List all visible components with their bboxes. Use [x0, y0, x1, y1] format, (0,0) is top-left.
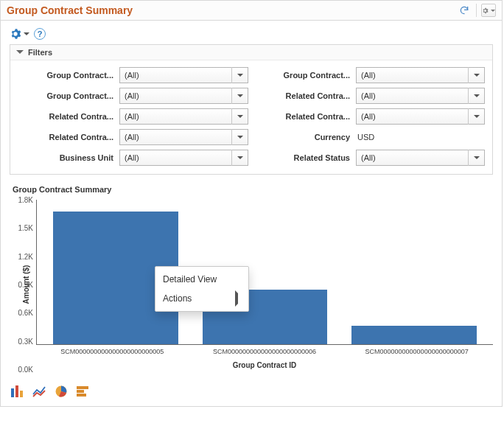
filter-select[interactable]: (All) [119, 150, 248, 166]
filter-select[interactable]: (All) [356, 108, 485, 125]
filter-left-3: Related Contra... (All) [15, 127, 251, 147]
filters-section: Filters Group Contract... (All) Group Co… [10, 44, 493, 175]
filter-label: Currency [254, 133, 350, 142]
filter-right-0: Group Contract... (All) [251, 65, 488, 85]
filter-label: Related Contra... [254, 91, 350, 100]
filter-right-2: Related Contra... (All) [251, 106, 488, 127]
filter-left-0: Group Contract... (All) [15, 65, 251, 85]
filter-select[interactable]: (All) [119, 108, 248, 125]
toolbar-separator [476, 4, 477, 17]
filter-select[interactable]: (All) [119, 88, 248, 104]
svg-rect-1 [15, 385, 18, 397]
refresh-icon[interactable] [457, 4, 472, 17]
group-contract-summary-panel: Group Contract Summary ? Filters Group C… [0, 0, 503, 407]
plot-area: Detailed View Actions [36, 200, 493, 345]
chart: Amount ($) 1.8K1.5K1.2K0.9K0.6K0.3K0.0K … [10, 200, 493, 369]
filter-label: Group Contract... [18, 71, 113, 80]
filter-label: Related Contra... [254, 112, 350, 121]
chevron-down-icon [468, 67, 484, 83]
filter-left-1: Group Contract... (All) [15, 85, 251, 106]
inner-toolbar: ? [1, 21, 502, 44]
filters-toggle[interactable]: Filters [10, 45, 492, 60]
menu-actions[interactable]: Actions [155, 289, 248, 308]
chart-type-line-icon[interactable] [32, 384, 46, 397]
filter-left-4: Business Unit (All) [15, 147, 251, 168]
y-tick: 0.6K [18, 309, 33, 317]
options-menu[interactable] [10, 28, 29, 40]
y-tick: 0.9K [18, 281, 33, 289]
svg-rect-5 [77, 390, 84, 393]
chevron-down-icon [468, 88, 484, 104]
filter-select[interactable]: (All) [119, 129, 248, 145]
chart-type-switcher [1, 377, 502, 406]
filter-label: Group Contract... [18, 91, 113, 100]
filter-right-1: Related Contra... (All) [251, 85, 488, 106]
filter-label: Business Unit [18, 153, 113, 162]
svg-rect-2 [20, 391, 23, 397]
filter-select[interactable]: (All) [356, 150, 485, 166]
bar-context-menu: Detailed View Actions [155, 266, 249, 312]
chevron-down-icon [231, 108, 248, 125]
panel-settings-menu[interactable] [481, 4, 496, 17]
x-axis-ticks: SCM000000000000000000000005SCM0000000000… [36, 345, 493, 355]
filter-label: Related Contra... [18, 112, 113, 121]
chevron-down-icon [231, 129, 248, 145]
chevron-down-icon [231, 88, 248, 104]
filter-label: Related Status [254, 153, 350, 162]
chevron-down-icon [231, 67, 248, 83]
menu-detailed-view[interactable]: Detailed View [155, 270, 248, 289]
chart-type-pie-icon[interactable] [54, 384, 69, 397]
x-tick: SCM000000000000000000000006 [189, 348, 340, 355]
panel-title: Group Contract Summary [7, 4, 133, 16]
y-tick: 1.5K [18, 224, 33, 232]
currency-value: USD [356, 133, 374, 142]
x-tick: SCM000000000000000000000005 [37, 348, 188, 355]
filter-select[interactable]: (All) [356, 88, 485, 104]
chevron-down-icon [16, 50, 24, 57]
filter-right-3: Currency USD [251, 127, 488, 147]
filter-label: Related Contra... [18, 133, 113, 142]
y-axis-ticks: 1.8K1.5K1.2K0.9K0.6K0.3K0.0K [14, 200, 36, 369]
svg-rect-4 [77, 386, 88, 389]
submenu-arrow-icon [229, 293, 241, 304]
svg-rect-0 [11, 388, 14, 397]
chevron-down-icon [468, 150, 484, 166]
y-tick: 1.8K [18, 196, 33, 204]
panel-tools [457, 4, 496, 17]
filter-select[interactable]: (All) [119, 67, 248, 83]
y-tick: 0.3K [18, 337, 33, 345]
svg-rect-6 [77, 394, 86, 397]
x-axis-label: Group Contract ID [36, 355, 493, 369]
chart-type-hbar-icon[interactable] [76, 384, 91, 397]
chevron-down-icon [231, 150, 248, 166]
bars-container [37, 200, 493, 344]
x-tick: SCM000000000000000000000007 [341, 348, 492, 355]
chart-type-bar-icon[interactable] [10, 384, 24, 397]
y-axis: Amount ($) 1.8K1.5K1.2K0.9K0.6K0.3K0.0K [10, 200, 36, 369]
chevron-down-icon [468, 108, 484, 125]
panel-header: Group Contract Summary [1, 1, 502, 21]
filter-right-4: Related Status (All) [251, 147, 488, 168]
chart-area: Group Contract Summary Amount ($) 1.8K1.… [10, 182, 493, 369]
filters-body: Group Contract... (All) Group Contract..… [10, 60, 492, 174]
y-tick: 1.2K [18, 252, 33, 260]
filter-select[interactable]: (All) [356, 67, 485, 83]
filter-left-2: Related Contra... (All) [15, 106, 251, 127]
filter-label: Group Contract... [254, 71, 350, 80]
bar-2[interactable] [351, 326, 477, 344]
chart-title: Group Contract Summary [10, 182, 493, 200]
filters-title: Filters [28, 48, 52, 57]
y-tick: 0.0K [18, 366, 33, 374]
help-icon[interactable]: ? [34, 28, 46, 40]
